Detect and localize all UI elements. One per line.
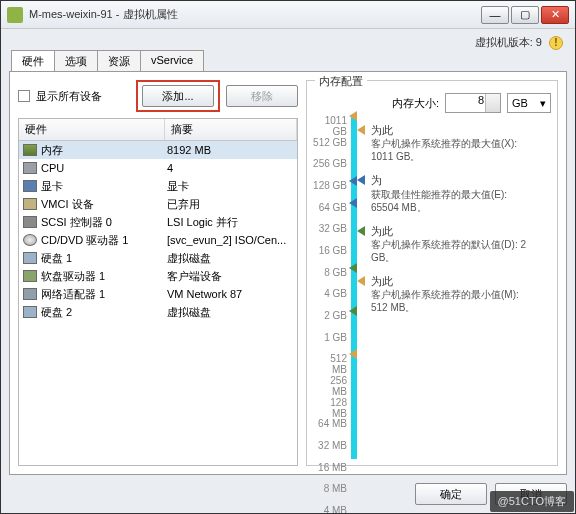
add-highlight: 添加... <box>136 80 220 112</box>
scale-marker <box>349 349 359 359</box>
ok-button[interactable]: 确定 <box>415 483 487 505</box>
net-icon <box>23 288 37 300</box>
chevron-down-icon: ▾ <box>540 97 546 110</box>
hw-name: 内存 <box>41 143 63 158</box>
hw-name: 网络适配器 1 <box>41 287 105 302</box>
add-button[interactable]: 添加... <box>142 85 214 107</box>
hw-name: 硬盘 1 <box>41 251 72 266</box>
hw-summary: 客户端设备 <box>165 269 297 284</box>
scale-tick: 8 GB <box>313 267 347 278</box>
scale-tick: 1 GB <box>313 332 347 343</box>
show-all-label: 显示所有设备 <box>36 89 102 104</box>
memory-annotation: 为此客户机操作系统推荐的最小值(M):512 MB。 <box>357 274 551 314</box>
table-row[interactable]: 硬盘 2虚拟磁盘 <box>19 303 297 321</box>
warning-icon: ! <box>549 36 563 50</box>
table-row[interactable]: SCSI 控制器 0LSI Logic 并行 <box>19 213 297 231</box>
tab-vservice[interactable]: vService <box>140 50 204 72</box>
tab-hardware[interactable]: 硬件 <box>11 50 55 72</box>
hw-name: VMCI 设备 <box>41 197 94 212</box>
titlebar: M-mes-weixin-91 - 虚拟机属性 — ▢ ✕ <box>1 1 575 29</box>
hw-summary: 已弃用 <box>165 197 297 212</box>
scale-tick: 16 GB <box>313 245 347 256</box>
scale-tick: 16 MB <box>313 462 347 473</box>
hw-summary: VM Network 87 <box>165 288 297 300</box>
svg-marker-3 <box>349 263 357 273</box>
scale-tick: 128 MB <box>313 397 347 419</box>
scale-tick: 128 GB <box>313 180 347 191</box>
memory-scale[interactable]: 1011 GB512 GB256 GB128 GB64 GB32 GB16 GB… <box>313 115 359 459</box>
scale-marker <box>349 306 359 316</box>
remove-button[interactable]: 移除 <box>226 85 298 107</box>
disk-icon <box>23 252 37 264</box>
hardware-table: 硬件 摘要 内存8192 MBCPU4显卡显卡VMCI 设备已弃用SCSI 控制… <box>18 118 298 466</box>
scale-tick: 4 GB <box>313 288 347 299</box>
svg-marker-0 <box>349 111 357 121</box>
tab-bar: 硬件 选项 资源 vService <box>9 49 567 71</box>
svg-marker-4 <box>349 306 357 316</box>
memory-size-label: 内存大小: <box>392 96 439 111</box>
scale-tick: 256 MB <box>313 375 347 397</box>
disk-icon <box>23 306 37 318</box>
hw-summary: 虚拟磁盘 <box>165 305 297 320</box>
scale-tick: 64 GB <box>313 202 347 213</box>
hw-summary: LSI Logic 并行 <box>165 215 297 230</box>
table-row[interactable]: CD/DVD 驱动器 1[svc_evun_2] ISO/Cen... <box>19 231 297 249</box>
table-row[interactable]: VMCI 设备已弃用 <box>19 195 297 213</box>
scale-tick: 256 GB <box>313 158 347 169</box>
vid-icon <box>23 180 37 192</box>
hw-name: 软盘驱动器 1 <box>41 269 105 284</box>
table-row[interactable]: 网络适配器 1VM Network 87 <box>19 285 297 303</box>
memory-annotation: 为此客户机操作系统推荐的默认值(D): 2GB。 <box>357 224 551 264</box>
memory-annotation: 为此客户机操作系统推荐的最大值(X):1011 GB。 <box>357 123 551 163</box>
table-row[interactable]: 显卡显卡 <box>19 177 297 195</box>
scale-tick: 512 GB <box>313 137 347 148</box>
scale-tick: 32 MB <box>313 440 347 451</box>
vm-version-label: 虚拟机版本: 9 <box>475 36 542 48</box>
table-row[interactable]: 硬盘 1虚拟磁盘 <box>19 249 297 267</box>
hw-summary: 虚拟磁盘 <box>165 251 297 266</box>
scale-tick: 512 MB <box>313 353 347 375</box>
hw-name: CD/DVD 驱动器 1 <box>41 233 128 248</box>
svg-marker-5 <box>349 349 357 359</box>
svg-marker-1 <box>349 176 357 186</box>
col-summary[interactable]: 摘要 <box>165 119 297 140</box>
maximize-button[interactable]: ▢ <box>511 6 539 24</box>
scale-marker <box>349 198 359 208</box>
scale-tick: 32 GB <box>313 223 347 234</box>
hw-summary: 8192 MB <box>165 144 297 156</box>
flop-icon <box>23 270 37 282</box>
close-button[interactable]: ✕ <box>541 6 569 24</box>
cd-icon <box>23 234 37 246</box>
memory-groupbox: 内存配置 内存大小: 8 GB▾ 1011 GB512 GB256 GB128 … <box>306 80 558 466</box>
col-hardware[interactable]: 硬件 <box>19 119 165 140</box>
memory-bar <box>351 115 357 459</box>
minimize-button[interactable]: — <box>481 6 509 24</box>
hw-summary: 4 <box>165 162 297 174</box>
table-row[interactable]: CPU4 <box>19 159 297 177</box>
app-icon <box>7 7 23 23</box>
memory-size-input[interactable]: 8 <box>445 93 501 113</box>
scale-tick: 64 MB <box>313 418 347 429</box>
svg-marker-2 <box>349 198 357 208</box>
scsi-icon <box>23 216 37 228</box>
cpu-icon <box>23 162 37 174</box>
tab-options[interactable]: 选项 <box>54 50 98 72</box>
table-row[interactable]: 内存8192 MB <box>19 141 297 159</box>
tab-resources[interactable]: 资源 <box>97 50 141 72</box>
scale-tick: 2 GB <box>313 310 347 321</box>
scale-marker <box>349 176 359 186</box>
hw-name: SCSI 控制器 0 <box>41 215 112 230</box>
scale-tick: 8 MB <box>313 483 347 494</box>
table-row[interactable]: 软盘驱动器 1客户端设备 <box>19 267 297 285</box>
memory-legend: 内存配置 <box>315 74 367 89</box>
scale-marker <box>349 263 359 273</box>
vmci-icon <box>23 198 37 210</box>
hw-name: CPU <box>41 162 64 174</box>
scale-marker <box>349 111 359 121</box>
show-all-checkbox[interactable] <box>18 90 30 102</box>
hw-summary: 显卡 <box>165 179 297 194</box>
memory-unit-select[interactable]: GB▾ <box>507 93 551 113</box>
memory-annotation: 为获取最佳性能推荐的最大值(E):65504 MB。 <box>357 173 551 213</box>
scale-tick: 1011 GB <box>313 115 347 137</box>
scale-tick: 4 MB <box>313 505 347 514</box>
